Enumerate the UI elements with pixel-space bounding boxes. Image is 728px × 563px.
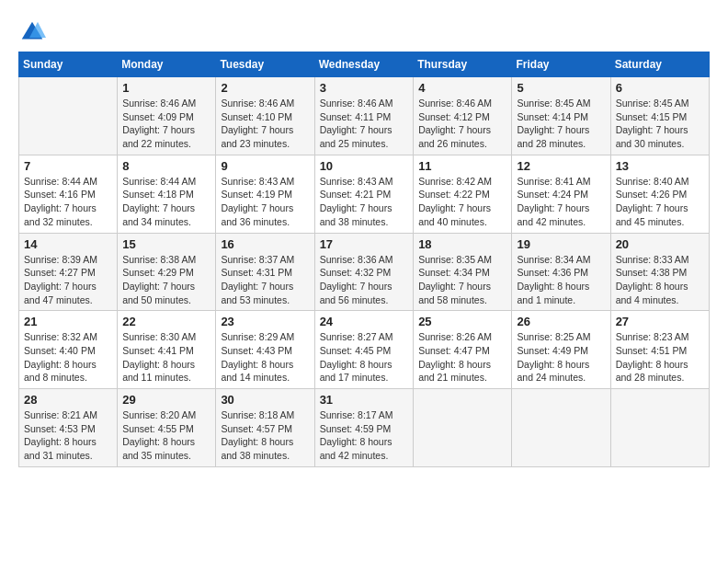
day-info: Sunrise: 8:46 AMSunset: 4:12 PMDaylight:… [418, 97, 506, 151]
day-info: Sunrise: 8:38 AMSunset: 4:29 PMDaylight:… [122, 253, 210, 307]
day-info: Sunrise: 8:21 AMSunset: 4:53 PMDaylight:… [24, 408, 112, 463]
day-info: Sunrise: 8:42 AMSunset: 4:22 PMDaylight:… [418, 175, 506, 229]
header-friday: Friday [512, 52, 610, 77]
day-cell: 3Sunrise: 8:46 AMSunset: 4:11 PMDaylight… [314, 77, 414, 155]
day-number: 19 [517, 237, 605, 251]
day-info: Sunrise: 8:27 AMSunset: 4:45 PMDaylight:… [320, 330, 409, 385]
day-number: 23 [221, 315, 309, 328]
header-wednesday: Wednesday [314, 52, 414, 77]
day-info: Sunrise: 8:40 AMSunset: 4:26 PMDaylight:… [616, 175, 704, 229]
day-info: Sunrise: 8:20 AMSunset: 4:55 PMDaylight:… [122, 408, 210, 463]
day-cell: 28Sunrise: 8:21 AMSunset: 4:53 PMDayligh… [19, 389, 118, 467]
day-number: 16 [221, 237, 309, 251]
day-number: 9 [221, 159, 309, 173]
day-cell: 27Sunrise: 8:23 AMSunset: 4:51 PMDayligh… [610, 311, 709, 389]
day-cell [610, 389, 709, 467]
day-info: Sunrise: 8:33 AMSunset: 4:38 PMDaylight:… [616, 253, 704, 307]
day-number: 14 [24, 237, 112, 251]
day-info: Sunrise: 8:37 AMSunset: 4:31 PMDaylight:… [221, 253, 309, 307]
day-number: 27 [616, 315, 704, 328]
day-number: 5 [517, 81, 605, 95]
day-cell [512, 389, 610, 467]
day-cell: 4Sunrise: 8:46 AMSunset: 4:12 PMDaylight… [414, 77, 512, 155]
page-header [18, 18, 710, 46]
day-info: Sunrise: 8:18 AMSunset: 4:57 PMDaylight:… [221, 408, 309, 463]
day-number: 20 [616, 237, 704, 251]
day-cell: 26Sunrise: 8:25 AMSunset: 4:49 PMDayligh… [512, 311, 610, 389]
day-cell: 12Sunrise: 8:41 AMSunset: 4:24 PMDayligh… [512, 155, 610, 233]
day-info: Sunrise: 8:32 AMSunset: 4:40 PMDaylight:… [24, 330, 112, 385]
day-number: 11 [418, 159, 506, 173]
day-info: Sunrise: 8:23 AMSunset: 4:51 PMDaylight:… [616, 330, 704, 385]
header-sunday: Sunday [19, 52, 118, 77]
day-cell: 22Sunrise: 8:30 AMSunset: 4:41 PMDayligh… [118, 311, 216, 389]
day-cell: 18Sunrise: 8:35 AMSunset: 4:34 PMDayligh… [414, 233, 512, 311]
day-info: Sunrise: 8:36 AMSunset: 4:32 PMDaylight:… [320, 253, 409, 307]
day-info: Sunrise: 8:30 AMSunset: 4:41 PMDaylight:… [122, 330, 210, 385]
day-info: Sunrise: 8:45 AMSunset: 4:14 PMDaylight:… [517, 97, 605, 151]
day-info: Sunrise: 8:46 AMSunset: 4:10 PMDaylight:… [221, 97, 309, 151]
day-number: 29 [122, 393, 210, 407]
day-info: Sunrise: 8:25 AMSunset: 4:49 PMDaylight:… [517, 330, 605, 385]
day-info: Sunrise: 8:44 AMSunset: 4:16 PMDaylight:… [24, 175, 112, 229]
day-cell: 24Sunrise: 8:27 AMSunset: 4:45 PMDayligh… [314, 311, 414, 389]
day-number: 12 [517, 159, 605, 173]
day-number: 7 [24, 159, 112, 173]
day-cell: 31Sunrise: 8:17 AMSunset: 4:59 PMDayligh… [314, 389, 414, 467]
day-number: 31 [320, 393, 409, 407]
week-row-3: 14Sunrise: 8:39 AMSunset: 4:27 PMDayligh… [19, 233, 710, 311]
day-info: Sunrise: 8:45 AMSunset: 4:15 PMDaylight:… [616, 97, 704, 151]
day-cell: 21Sunrise: 8:32 AMSunset: 4:40 PMDayligh… [19, 311, 118, 389]
day-number: 28 [24, 393, 112, 407]
day-info: Sunrise: 8:46 AMSunset: 4:09 PMDaylight:… [122, 97, 210, 151]
header-saturday: Saturday [610, 52, 709, 77]
day-number: 25 [418, 315, 506, 328]
day-info: Sunrise: 8:44 AMSunset: 4:18 PMDaylight:… [122, 175, 210, 229]
logo [18, 18, 50, 46]
day-cell: 10Sunrise: 8:43 AMSunset: 4:21 PMDayligh… [314, 155, 414, 233]
day-cell: 1Sunrise: 8:46 AMSunset: 4:09 PMDaylight… [118, 77, 216, 155]
day-number: 30 [221, 393, 309, 407]
header-monday: Monday [118, 52, 216, 77]
day-cell [19, 77, 118, 155]
day-info: Sunrise: 8:43 AMSunset: 4:19 PMDaylight:… [221, 175, 309, 229]
day-info: Sunrise: 8:35 AMSunset: 4:34 PMDaylight:… [418, 253, 506, 307]
day-cell: 5Sunrise: 8:45 AMSunset: 4:14 PMDaylight… [512, 77, 610, 155]
day-info: Sunrise: 8:26 AMSunset: 4:47 PMDaylight:… [418, 330, 506, 385]
day-cell: 14Sunrise: 8:39 AMSunset: 4:27 PMDayligh… [19, 233, 118, 311]
day-cell [414, 389, 512, 467]
week-row-4: 21Sunrise: 8:32 AMSunset: 4:40 PMDayligh… [19, 311, 710, 389]
day-number: 4 [418, 81, 506, 95]
week-row-2: 7Sunrise: 8:44 AMSunset: 4:16 PMDaylight… [19, 155, 710, 233]
day-cell: 19Sunrise: 8:34 AMSunset: 4:36 PMDayligh… [512, 233, 610, 311]
day-cell: 8Sunrise: 8:44 AMSunset: 4:18 PMDaylight… [118, 155, 216, 233]
day-cell: 2Sunrise: 8:46 AMSunset: 4:10 PMDaylight… [216, 77, 314, 155]
logo-icon [18, 18, 46, 46]
day-cell: 6Sunrise: 8:45 AMSunset: 4:15 PMDaylight… [610, 77, 709, 155]
day-cell: 15Sunrise: 8:38 AMSunset: 4:29 PMDayligh… [118, 233, 216, 311]
day-number: 17 [320, 237, 409, 251]
day-cell: 17Sunrise: 8:36 AMSunset: 4:32 PMDayligh… [314, 233, 414, 311]
day-cell: 16Sunrise: 8:37 AMSunset: 4:31 PMDayligh… [216, 233, 314, 311]
calendar-table: SundayMondayTuesdayWednesdayThursdayFrid… [18, 52, 710, 467]
day-info: Sunrise: 8:41 AMSunset: 4:24 PMDaylight:… [517, 175, 605, 229]
day-number: 24 [320, 315, 409, 328]
day-number: 6 [616, 81, 704, 95]
week-row-5: 28Sunrise: 8:21 AMSunset: 4:53 PMDayligh… [19, 389, 710, 467]
day-info: Sunrise: 8:17 AMSunset: 4:59 PMDaylight:… [320, 408, 409, 463]
day-info: Sunrise: 8:29 AMSunset: 4:43 PMDaylight:… [221, 330, 309, 385]
week-row-1: 1Sunrise: 8:46 AMSunset: 4:09 PMDaylight… [19, 77, 710, 155]
header-tuesday: Tuesday [216, 52, 314, 77]
day-info: Sunrise: 8:46 AMSunset: 4:11 PMDaylight:… [320, 97, 409, 151]
day-number: 8 [122, 159, 210, 173]
day-cell: 7Sunrise: 8:44 AMSunset: 4:16 PMDaylight… [19, 155, 118, 233]
day-number: 10 [320, 159, 409, 173]
day-info: Sunrise: 8:39 AMSunset: 4:27 PMDaylight:… [24, 253, 112, 307]
day-cell: 23Sunrise: 8:29 AMSunset: 4:43 PMDayligh… [216, 311, 314, 389]
day-number: 15 [122, 237, 210, 251]
day-cell: 29Sunrise: 8:20 AMSunset: 4:55 PMDayligh… [118, 389, 216, 467]
header-thursday: Thursday [414, 52, 512, 77]
day-cell: 30Sunrise: 8:18 AMSunset: 4:57 PMDayligh… [216, 389, 314, 467]
day-info: Sunrise: 8:43 AMSunset: 4:21 PMDaylight:… [320, 175, 409, 229]
day-number: 13 [616, 159, 704, 173]
